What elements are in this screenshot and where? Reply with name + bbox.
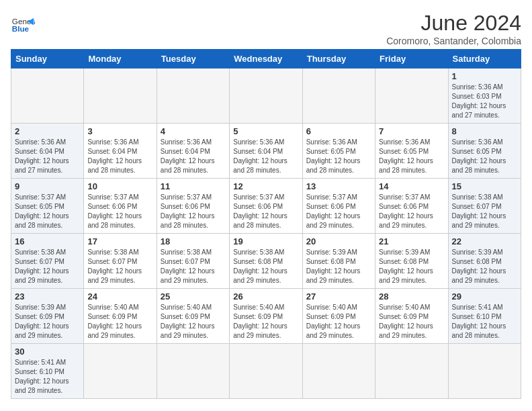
calendar-cell: 10Sunrise: 5:37 AM Sunset: 6:06 PM Dayli… xyxy=(84,179,157,234)
day-number: 18 xyxy=(161,236,226,246)
day-number: 13 xyxy=(306,181,371,191)
day-info: Sunrise: 5:37 AM Sunset: 6:06 PM Dayligh… xyxy=(233,193,298,230)
calendar-cell: 21Sunrise: 5:39 AM Sunset: 6:08 PM Dayli… xyxy=(375,234,448,289)
calendar-cell: 24Sunrise: 5:40 AM Sunset: 6:09 PM Dayli… xyxy=(84,289,157,344)
calendar-cell: 22Sunrise: 5:39 AM Sunset: 6:08 PM Dayli… xyxy=(448,234,521,289)
title-block: June 2024 Coromoro, Santander, Colombia xyxy=(386,11,521,46)
calendar-cell xyxy=(230,344,302,399)
calendar-cell: 14Sunrise: 5:37 AM Sunset: 6:06 PM Dayli… xyxy=(375,179,448,234)
day-number: 23 xyxy=(15,291,80,302)
calendar-cell: 27Sunrise: 5:40 AM Sunset: 6:09 PM Dayli… xyxy=(302,289,375,344)
day-info: Sunrise: 5:38 AM Sunset: 6:07 PM Dayligh… xyxy=(452,193,517,230)
svg-text:Blue: Blue xyxy=(12,24,30,33)
day-number: 15 xyxy=(452,181,517,191)
calendar-cell: 13Sunrise: 5:37 AM Sunset: 6:06 PM Dayli… xyxy=(302,179,375,234)
calendar-cell xyxy=(230,68,302,124)
day-number: 7 xyxy=(379,126,444,136)
day-info: Sunrise: 5:37 AM Sunset: 6:06 PM Dayligh… xyxy=(161,193,226,230)
day-info: Sunrise: 5:37 AM Sunset: 6:06 PM Dayligh… xyxy=(379,193,444,230)
page-header: General Blue June 2024 Coromoro, Santand… xyxy=(11,11,521,46)
day-number: 25 xyxy=(161,291,226,302)
day-number: 27 xyxy=(306,291,371,302)
calendar-cell: 30Sunrise: 5:41 AM Sunset: 6:10 PM Dayli… xyxy=(11,344,84,399)
day-number: 24 xyxy=(87,291,152,302)
subtitle: Coromoro, Santander, Colombia xyxy=(386,36,521,46)
day-info: Sunrise: 5:37 AM Sunset: 6:06 PM Dayligh… xyxy=(306,193,371,230)
day-number: 3 xyxy=(87,126,152,136)
calendar-cell xyxy=(302,68,375,124)
day-number: 20 xyxy=(306,236,371,246)
day-info: Sunrise: 5:38 AM Sunset: 6:07 PM Dayligh… xyxy=(87,248,152,285)
calendar-cell xyxy=(84,68,157,124)
day-info: Sunrise: 5:39 AM Sunset: 6:09 PM Dayligh… xyxy=(15,303,80,340)
day-info: Sunrise: 5:40 AM Sunset: 6:09 PM Dayligh… xyxy=(87,303,152,340)
day-info: Sunrise: 5:40 AM Sunset: 6:09 PM Dayligh… xyxy=(161,303,226,340)
day-number: 26 xyxy=(233,291,298,302)
calendar-cell: 28Sunrise: 5:40 AM Sunset: 6:09 PM Dayli… xyxy=(375,289,448,344)
day-info: Sunrise: 5:38 AM Sunset: 6:07 PM Dayligh… xyxy=(15,248,80,285)
month-title: June 2024 xyxy=(386,11,521,36)
day-number: 30 xyxy=(15,347,80,357)
weekday-header-wednesday: Wednesday xyxy=(230,50,302,68)
calendar-cell: 15Sunrise: 5:38 AM Sunset: 6:07 PM Dayli… xyxy=(448,179,521,234)
day-number: 14 xyxy=(379,181,444,191)
calendar-cell: 9Sunrise: 5:37 AM Sunset: 6:05 PM Daylig… xyxy=(11,179,84,234)
day-number: 10 xyxy=(87,181,152,191)
calendar-cell: 18Sunrise: 5:38 AM Sunset: 6:07 PM Dayli… xyxy=(157,234,229,289)
day-number: 21 xyxy=(379,236,444,246)
day-number: 11 xyxy=(161,181,226,191)
weekday-header-thursday: Thursday xyxy=(302,50,375,68)
day-info: Sunrise: 5:36 AM Sunset: 6:04 PM Dayligh… xyxy=(15,138,80,175)
calendar-cell: 12Sunrise: 5:37 AM Sunset: 6:06 PM Dayli… xyxy=(230,179,302,234)
calendar-cell: 11Sunrise: 5:37 AM Sunset: 6:06 PM Dayli… xyxy=(157,179,229,234)
calendar-cell: 4Sunrise: 5:36 AM Sunset: 6:04 PM Daylig… xyxy=(157,124,229,179)
day-info: Sunrise: 5:36 AM Sunset: 6:04 PM Dayligh… xyxy=(161,138,226,175)
logo: General Blue xyxy=(11,11,35,35)
calendar-cell xyxy=(302,344,375,399)
day-number: 1 xyxy=(452,71,517,81)
calendar-cell: 3Sunrise: 5:36 AM Sunset: 6:04 PM Daylig… xyxy=(84,124,157,179)
weekday-header-sunday: Sunday xyxy=(11,50,84,68)
day-number: 5 xyxy=(233,126,298,136)
day-info: Sunrise: 5:39 AM Sunset: 6:08 PM Dayligh… xyxy=(379,248,444,285)
day-info: Sunrise: 5:41 AM Sunset: 6:10 PM Dayligh… xyxy=(15,358,80,396)
calendar-cell: 25Sunrise: 5:40 AM Sunset: 6:09 PM Dayli… xyxy=(157,289,229,344)
calendar-cell xyxy=(157,68,229,124)
logo-icon: General Blue xyxy=(11,11,35,35)
weekday-header-monday: Monday xyxy=(84,50,157,68)
day-info: Sunrise: 5:36 AM Sunset: 6:04 PM Dayligh… xyxy=(233,138,298,175)
day-info: Sunrise: 5:40 AM Sunset: 6:09 PM Dayligh… xyxy=(233,303,298,340)
day-number: 2 xyxy=(15,126,80,136)
calendar-cell: 8Sunrise: 5:36 AM Sunset: 6:05 PM Daylig… xyxy=(448,124,521,179)
calendar-cell: 17Sunrise: 5:38 AM Sunset: 6:07 PM Dayli… xyxy=(84,234,157,289)
day-number: 8 xyxy=(452,126,517,136)
calendar-cell: 16Sunrise: 5:38 AM Sunset: 6:07 PM Dayli… xyxy=(11,234,84,289)
day-info: Sunrise: 5:37 AM Sunset: 6:06 PM Dayligh… xyxy=(87,193,152,230)
day-info: Sunrise: 5:41 AM Sunset: 6:10 PM Dayligh… xyxy=(452,303,517,340)
calendar-cell: 19Sunrise: 5:38 AM Sunset: 6:08 PM Dayli… xyxy=(230,234,302,289)
day-number: 19 xyxy=(233,236,298,246)
day-info: Sunrise: 5:40 AM Sunset: 6:09 PM Dayligh… xyxy=(306,303,371,340)
calendar-cell: 2Sunrise: 5:36 AM Sunset: 6:04 PM Daylig… xyxy=(11,124,84,179)
calendar-cell: 6Sunrise: 5:36 AM Sunset: 6:05 PM Daylig… xyxy=(302,124,375,179)
calendar-cell: 23Sunrise: 5:39 AM Sunset: 6:09 PM Dayli… xyxy=(11,289,84,344)
day-number: 9 xyxy=(15,181,80,191)
day-info: Sunrise: 5:40 AM Sunset: 6:09 PM Dayligh… xyxy=(379,303,444,340)
calendar-cell: 20Sunrise: 5:39 AM Sunset: 6:08 PM Dayli… xyxy=(302,234,375,289)
day-info: Sunrise: 5:38 AM Sunset: 6:07 PM Dayligh… xyxy=(161,248,226,285)
day-info: Sunrise: 5:36 AM Sunset: 6:05 PM Dayligh… xyxy=(452,138,517,175)
calendar-cell: 1Sunrise: 5:36 AM Sunset: 6:03 PM Daylig… xyxy=(448,68,521,124)
calendar-cell xyxy=(375,344,448,399)
day-number: 6 xyxy=(306,126,371,136)
weekday-header-friday: Friday xyxy=(375,50,448,68)
day-info: Sunrise: 5:36 AM Sunset: 6:03 PM Dayligh… xyxy=(452,83,517,120)
day-number: 28 xyxy=(379,291,444,302)
calendar-cell: 5Sunrise: 5:36 AM Sunset: 6:04 PM Daylig… xyxy=(230,124,302,179)
calendar-cell xyxy=(11,68,84,124)
calendar-cell: 29Sunrise: 5:41 AM Sunset: 6:10 PM Dayli… xyxy=(448,289,521,344)
weekday-header-tuesday: Tuesday xyxy=(157,50,229,68)
day-number: 22 xyxy=(452,236,517,246)
calendar-cell xyxy=(157,344,229,399)
day-info: Sunrise: 5:39 AM Sunset: 6:08 PM Dayligh… xyxy=(452,248,517,285)
day-info: Sunrise: 5:36 AM Sunset: 6:05 PM Dayligh… xyxy=(379,138,444,175)
